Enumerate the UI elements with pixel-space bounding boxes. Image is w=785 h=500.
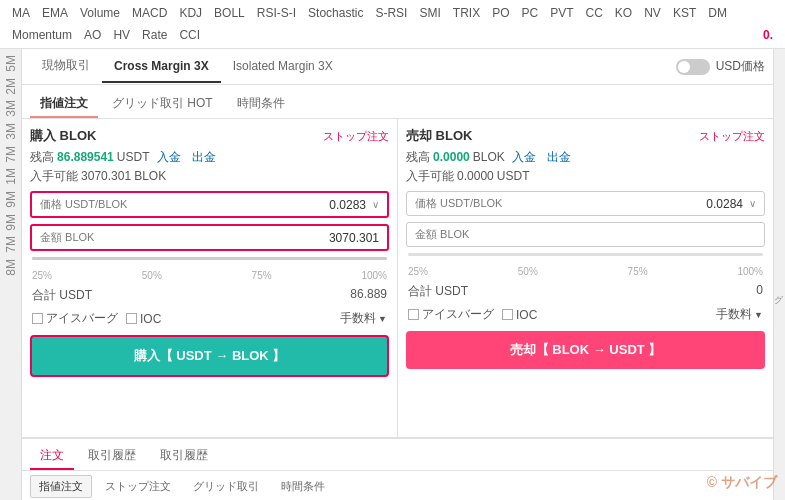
tab-isolated-margin[interactable]: Isolated Margin 3X [221, 51, 345, 83]
sell-iceberg-check[interactable] [408, 309, 419, 320]
sell-price-value: 0.0284 [706, 197, 743, 211]
buy-mark-75[interactable]: 75% [252, 270, 272, 281]
buy-mark-25[interactable]: 25% [32, 270, 52, 281]
sell-stop-order[interactable]: ストップ注文 [699, 129, 765, 144]
sell-mark-25[interactable]: 25% [408, 266, 428, 277]
sell-panel-header: 売却 BLOK ストップ注文 [406, 127, 765, 145]
buy-slider-filled [32, 257, 387, 260]
sell-mark-100[interactable]: 100% [737, 266, 763, 277]
subtab-stop[interactable]: ストップ注文 [96, 475, 180, 498]
indicator-pc[interactable]: PC [518, 4, 543, 22]
price-9m1: 9M [4, 189, 18, 210]
tab-grid-trade[interactable]: グリッド取引 HOT [102, 91, 223, 118]
buy-iceberg-check[interactable] [32, 313, 43, 324]
indicator-ema[interactable]: EMA [38, 4, 72, 22]
tab-limit-order[interactable]: 指値注文 [30, 91, 98, 118]
watermark: © サバイブ [707, 474, 777, 492]
trading-panels: 購入 BLOK ストップ注文 残高 86.889541 USDT 入金 出金 入… [22, 119, 773, 437]
sell-balance-info: 残高 0.0000 BLOK 入金 出金 [406, 149, 765, 166]
indicator-rsi[interactable]: RSI-S-I [253, 4, 300, 22]
buy-deposit-link[interactable]: 入金 [157, 150, 181, 164]
sell-available-info: 入手可能 0.0000 USDT [406, 168, 765, 185]
indicator-trix[interactable]: TRIX [449, 4, 484, 22]
right-price: 0. [759, 26, 777, 44]
indicator-rate[interactable]: Rate [138, 26, 171, 44]
buy-mark-50[interactable]: 50% [142, 270, 162, 281]
subtab-time[interactable]: 時間条件 [272, 475, 334, 498]
buy-available-amount: 3070.301 [81, 169, 131, 183]
indicator-ma[interactable]: MA [8, 4, 34, 22]
right-sidebar: グ [773, 49, 785, 500]
sell-iceberg-checkbox[interactable]: アイスバーグ [408, 306, 494, 323]
tab-cross-margin[interactable]: Cross Margin 3X [102, 51, 221, 83]
sell-price-input[interactable]: 価格 USDT/BLOK 0.0284 ∨ [406, 191, 765, 216]
buy-ioc-label: IOC [140, 312, 161, 326]
bottom-tab-history[interactable]: 取引履歴 [150, 443, 218, 470]
buy-submit-button[interactable]: 購入【 USDT → BLOK 】 [30, 335, 389, 377]
buy-withdraw-link[interactable]: 出金 [192, 150, 216, 164]
sell-fee-arrow-icon: ▼ [752, 310, 763, 320]
indicator-boll[interactable]: BOLL [210, 4, 249, 22]
sell-amount-input[interactable]: 金額 BLOK [406, 222, 765, 247]
sell-ioc-checkbox[interactable]: IOC [502, 308, 537, 322]
indicator-stoch[interactable]: Stochastic [304, 4, 367, 22]
sell-ioc-check[interactable] [502, 309, 513, 320]
buy-total-value: 86.889 [350, 287, 387, 304]
sell-mark-50[interactable]: 50% [518, 266, 538, 277]
buy-mark-100[interactable]: 100% [361, 270, 387, 281]
usd-price-toggle[interactable] [676, 59, 710, 75]
buy-balance-currency: USDT [117, 150, 150, 164]
bottom-tab-trade-history[interactable]: 取引履歴 [78, 443, 146, 470]
price-3m1: 3M [4, 98, 18, 119]
sell-submit-button[interactable]: 売却【 BLOK → USDT 】 [406, 331, 765, 369]
buy-amount-input[interactable]: 金額 BLOK 3070.301 [30, 224, 389, 251]
indicator-hv[interactable]: HV [109, 26, 134, 44]
indicator-po[interactable]: PO [488, 4, 513, 22]
indicator-pvt[interactable]: PVT [546, 4, 577, 22]
buy-price-input[interactable]: 価格 USDT/BLOK 0.0283 ∨ [30, 191, 389, 218]
indicator-macd[interactable]: MACD [128, 4, 171, 22]
indicator-ko[interactable]: KO [611, 4, 636, 22]
buy-slider-bar[interactable] [32, 257, 387, 260]
indicator-ao[interactable]: AO [80, 26, 105, 44]
sell-slider-bar[interactable] [408, 253, 763, 256]
buy-iceberg-checkbox[interactable]: アイスバーグ [32, 310, 118, 327]
buy-panel-title: 購入 BLOK [30, 127, 96, 145]
indicator-srsi[interactable]: S-RSI [371, 4, 411, 22]
indicator-cci[interactable]: CCI [175, 26, 204, 44]
subtab-limit[interactable]: 指値注文 [30, 475, 92, 498]
buy-fee-arrow-icon: ▼ [376, 314, 387, 324]
subtab-grid[interactable]: グリッド取引 [184, 475, 268, 498]
buy-stop-order[interactable]: ストップ注文 [323, 129, 389, 144]
bottom-tabs: 注文 取引履歴 取引履歴 [22, 439, 773, 471]
sell-total-label: 合計 USDT [408, 283, 468, 300]
price-7m2: 7M [4, 234, 18, 255]
indicator-kdj[interactable]: KDJ [175, 4, 206, 22]
sell-fee-label[interactable]: 手数料 ▼ [716, 306, 763, 323]
sell-deposit-link[interactable]: 入金 [512, 150, 536, 164]
buy-fee-label[interactable]: 手数料 ▼ [340, 310, 387, 327]
tab-spot[interactable]: 現物取引 [30, 49, 102, 84]
indicator-momentum[interactable]: Momentum [8, 26, 76, 44]
indicator-dm[interactable]: DM [704, 4, 731, 22]
tab-time-condition[interactable]: 時間条件 [227, 91, 295, 118]
sell-price-dropdown-icon[interactable]: ∨ [749, 198, 756, 209]
buy-amount-value: 3070.301 [329, 231, 379, 245]
indicator-volume[interactable]: Volume [76, 4, 124, 22]
indicator-smi[interactable]: SMI [415, 4, 444, 22]
buy-price-dropdown-icon[interactable]: ∨ [372, 199, 379, 210]
sell-iceberg-label: アイスバーグ [422, 306, 494, 323]
buy-ioc-check[interactable] [126, 313, 137, 324]
bottom-tab-orders[interactable]: 注文 [30, 443, 74, 470]
buy-price-value: 0.0283 [329, 198, 366, 212]
sell-mark-75[interactable]: 75% [628, 266, 648, 277]
indicator-cc[interactable]: CC [582, 4, 607, 22]
sell-withdraw-link[interactable]: 出金 [547, 150, 571, 164]
indicator-bar: MA EMA Volume MACD KDJ BOLL RSI-S-I Stoc… [0, 0, 785, 49]
usd-price-label: USD価格 [716, 58, 765, 75]
buy-ioc-checkbox[interactable]: IOC [126, 312, 161, 326]
buy-panel-header: 購入 BLOK ストップ注文 [30, 127, 389, 145]
indicator-kst[interactable]: KST [669, 4, 700, 22]
indicator-nv[interactable]: NV [640, 4, 665, 22]
price-5m: 5M [4, 53, 18, 74]
